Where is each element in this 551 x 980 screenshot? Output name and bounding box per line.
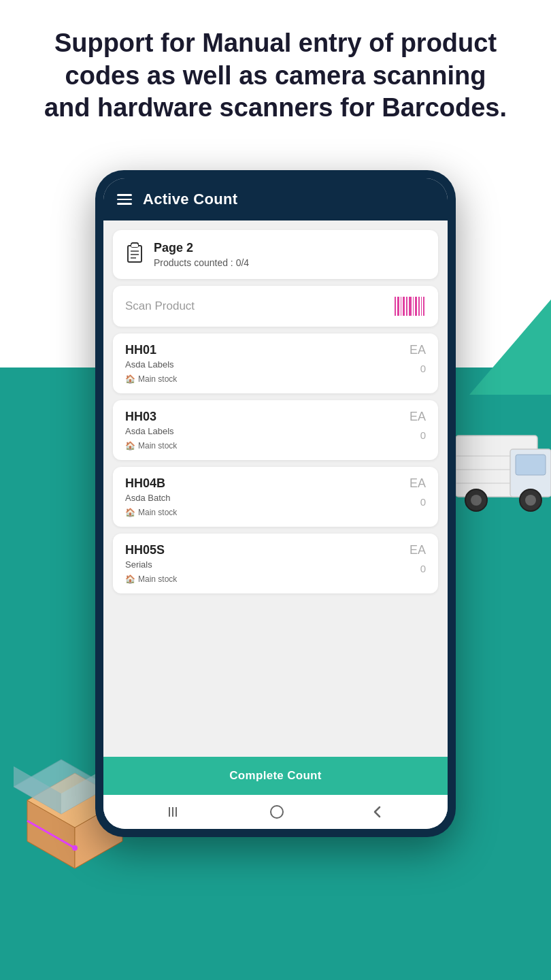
nav-back-button[interactable] bbox=[371, 804, 384, 819]
product-unit-0: EA bbox=[410, 343, 426, 357]
svg-rect-19 bbox=[128, 246, 141, 262]
product-item-2[interactable]: HH04B Asda Batch 🏠 Main stock EA 0 bbox=[113, 467, 438, 527]
hamburger-menu-button[interactable] bbox=[117, 194, 132, 205]
home-icon-3: 🏠 bbox=[125, 574, 135, 584]
product-count-0: 0 bbox=[420, 363, 426, 374]
product-item-0[interactable]: HH01 Asda Labels 🏠 Main stock EA 0 bbox=[113, 333, 438, 393]
svg-point-13 bbox=[471, 495, 482, 506]
svg-rect-29 bbox=[406, 297, 407, 316]
hamburger-line-3 bbox=[117, 203, 132, 205]
product-left-0: HH01 Asda Labels 🏠 Main stock bbox=[125, 343, 177, 384]
hamburger-line-1 bbox=[117, 194, 132, 196]
location-text-3: Main stock bbox=[138, 574, 177, 584]
scan-input-placeholder[interactable]: Scan Product bbox=[125, 299, 195, 313]
product-name-0: Asda Labels bbox=[125, 359, 177, 370]
svg-rect-38 bbox=[176, 807, 177, 817]
product-location-3: 🏠 Main stock bbox=[125, 574, 177, 584]
product-item-1[interactable]: HH03 Asda Labels 🏠 Main stock EA 0 bbox=[113, 400, 438, 460]
nav-home-button[interactable] bbox=[269, 804, 284, 819]
svg-rect-34 bbox=[421, 297, 422, 316]
product-location-2: 🏠 Main stock bbox=[125, 508, 177, 517]
page-card: Page 2 Products counted : 0/4 bbox=[113, 230, 438, 279]
svg-point-5 bbox=[72, 845, 78, 851]
app-title: Active Count bbox=[143, 191, 237, 208]
location-text-0: Main stock bbox=[138, 374, 177, 384]
location-text-1: Main stock bbox=[138, 441, 177, 451]
hamburger-line-2 bbox=[117, 199, 132, 201]
phone-device: Active Count Page 2 Pr bbox=[95, 170, 456, 837]
barcode-icon bbox=[393, 295, 426, 317]
phone-screen: Active Count Page 2 Pr bbox=[103, 178, 448, 829]
svg-point-39 bbox=[271, 806, 283, 818]
product-count-3: 0 bbox=[420, 563, 426, 574]
app-header: Active Count bbox=[103, 178, 448, 220]
product-unit-3: EA bbox=[410, 543, 426, 557]
svg-rect-32 bbox=[415, 297, 417, 316]
product-name-1: Asda Labels bbox=[125, 426, 177, 436]
product-right-2: EA 0 bbox=[410, 476, 426, 508]
svg-rect-26 bbox=[397, 297, 399, 316]
product-name-2: Asda Batch bbox=[125, 493, 177, 503]
svg-rect-33 bbox=[418, 297, 420, 316]
product-unit-2: EA bbox=[410, 476, 426, 491]
svg-rect-35 bbox=[423, 297, 424, 316]
product-code-1: HH03 bbox=[125, 410, 177, 424]
product-left-2: HH04B Asda Batch 🏠 Main stock bbox=[125, 476, 177, 517]
product-right-0: EA 0 bbox=[410, 343, 426, 374]
page-name: Page 2 bbox=[154, 241, 249, 255]
nav-bar bbox=[103, 795, 448, 829]
product-count-1: 0 bbox=[420, 429, 426, 441]
page-heading: Support for Manual entry of product code… bbox=[0, 27, 551, 125]
app-content: Page 2 Products counted : 0/4 Scan Produ… bbox=[103, 220, 448, 757]
heading-text: Support for Manual entry of product code… bbox=[44, 29, 507, 122]
page-info: Page 2 Products counted : 0/4 bbox=[154, 241, 249, 268]
location-text-2: Main stock bbox=[138, 508, 177, 517]
product-right-1: EA 0 bbox=[410, 410, 426, 441]
svg-rect-30 bbox=[409, 297, 412, 316]
product-code-0: HH01 bbox=[125, 343, 177, 357]
home-icon-1: 🏠 bbox=[125, 441, 135, 451]
scan-input-card[interactable]: Scan Product bbox=[113, 286, 438, 327]
products-counted: Products counted : 0/4 bbox=[154, 257, 249, 268]
svg-rect-37 bbox=[172, 807, 173, 817]
home-icon-2: 🏠 bbox=[125, 508, 135, 517]
product-location-1: 🏠 Main stock bbox=[125, 441, 177, 451]
svg-rect-31 bbox=[413, 297, 414, 316]
svg-rect-11 bbox=[516, 455, 546, 475]
home-icon-0: 🏠 bbox=[125, 374, 135, 384]
product-left-1: HH03 Asda Labels 🏠 Main stock bbox=[125, 410, 177, 451]
product-item-3[interactable]: HH05S Serials 🏠 Main stock EA 0 bbox=[113, 534, 438, 593]
product-right-3: EA 0 bbox=[410, 543, 426, 574]
product-code-2: HH04B bbox=[125, 476, 177, 491]
complete-count-button[interactable]: Complete Count bbox=[103, 757, 448, 795]
nav-recent-apps-button[interactable] bbox=[167, 804, 182, 819]
svg-point-15 bbox=[525, 495, 536, 506]
svg-rect-36 bbox=[169, 807, 170, 817]
product-name-3: Serials bbox=[125, 559, 177, 570]
product-code-3: HH05S bbox=[125, 543, 177, 557]
product-left-3: HH05S Serials 🏠 Main stock bbox=[125, 543, 177, 584]
product-location-0: 🏠 Main stock bbox=[125, 374, 177, 384]
product-unit-1: EA bbox=[410, 410, 426, 424]
truck-decoration bbox=[442, 395, 551, 531]
svg-rect-27 bbox=[401, 297, 401, 316]
svg-rect-25 bbox=[395, 297, 396, 316]
svg-rect-28 bbox=[403, 297, 405, 316]
svg-rect-21 bbox=[131, 244, 138, 247]
clipboard-icon bbox=[125, 242, 144, 268]
product-count-2: 0 bbox=[420, 496, 426, 508]
